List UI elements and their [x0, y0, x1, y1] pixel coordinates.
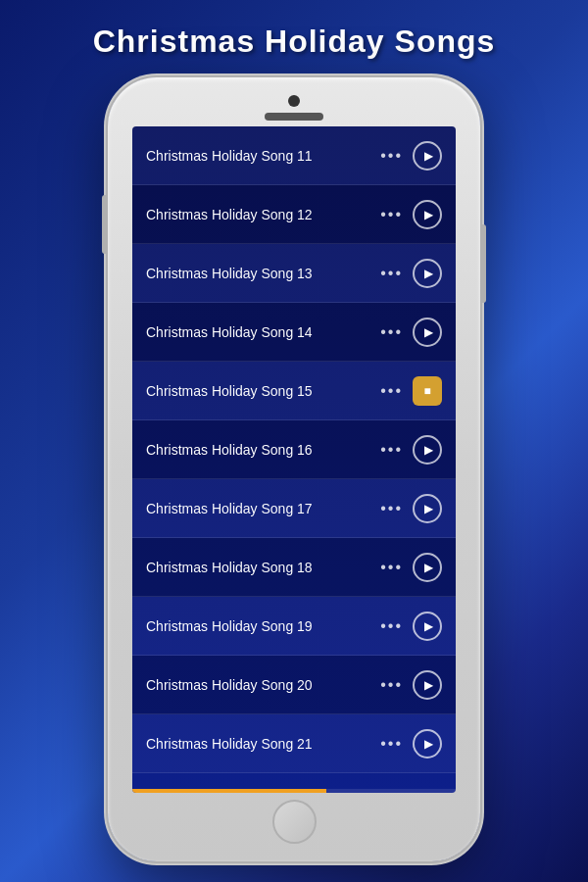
- play-icon: ▶: [424, 208, 433, 221]
- play-button-20[interactable]: ▶: [413, 670, 442, 700]
- song-name-21: Christmas Holiday Song 21: [146, 736, 380, 752]
- song-controls-18: •••▶: [380, 553, 442, 582]
- phone-speaker: [265, 113, 323, 121]
- phone-wrapper: Christmas Holiday Song 11•••▶Christmas H…: [88, 77, 500, 881]
- song-item-15[interactable]: Christmas Holiday Song 15•••■: [132, 362, 456, 420]
- play-icon: ▶: [424, 561, 433, 574]
- play-button-12[interactable]: ▶: [413, 200, 442, 229]
- song-name-11: Christmas Holiday Song 11: [146, 148, 380, 164]
- song-controls-11: •••▶: [380, 141, 442, 171]
- dots-button-14[interactable]: •••: [380, 323, 403, 341]
- play-button-16[interactable]: ▶: [413, 435, 442, 465]
- song-list: Christmas Holiday Song 11•••▶Christmas H…: [132, 126, 456, 793]
- song-item-12[interactable]: Christmas Holiday Song 12•••▶: [132, 185, 456, 244]
- song-name-19: Christmas Holiday Song 19: [146, 618, 380, 634]
- song-controls-19: •••▶: [380, 612, 442, 641]
- song-item-21[interactable]: Christmas Holiday Song 21•••▶: [132, 714, 456, 773]
- song-name-15: Christmas Holiday Song 15: [146, 383, 380, 399]
- dots-button-20[interactable]: •••: [380, 676, 403, 694]
- song-controls-20: •••▶: [380, 670, 442, 700]
- dots-button-19[interactable]: •••: [380, 617, 403, 635]
- stop-icon: ■: [423, 384, 430, 398]
- song-item-16[interactable]: Christmas Holiday Song 16•••▶: [132, 420, 456, 479]
- progress-bar-fill: [132, 789, 326, 793]
- play-icon: ▶: [424, 443, 433, 457]
- dots-button-21[interactable]: •••: [380, 735, 403, 753]
- play-button-13[interactable]: ▶: [413, 259, 442, 288]
- song-name-17: Christmas Holiday Song 17: [146, 501, 380, 516]
- dots-button-11[interactable]: •••: [380, 147, 403, 165]
- phone-frame: Christmas Holiday Song 11•••▶Christmas H…: [108, 77, 480, 861]
- play-icon: ▶: [424, 737, 433, 751]
- play-icon: ▶: [424, 149, 433, 163]
- song-item-17[interactable]: Christmas Holiday Song 17•••▶: [132, 479, 456, 538]
- song-controls-15: •••■: [380, 376, 442, 406]
- play-icon: ▶: [424, 502, 433, 515]
- song-name-16: Christmas Holiday Song 16: [146, 442, 380, 458]
- song-controls-14: •••▶: [380, 318, 442, 347]
- dots-button-13[interactable]: •••: [380, 265, 403, 282]
- song-controls-13: •••▶: [380, 259, 442, 288]
- dots-button-15[interactable]: •••: [380, 382, 403, 400]
- song-controls-21: •••▶: [380, 729, 442, 759]
- play-button-15[interactable]: ■: [413, 376, 442, 406]
- dots-button-16[interactable]: •••: [380, 441, 403, 459]
- phone-screen: Christmas Holiday Song 11•••▶Christmas H…: [132, 126, 456, 793]
- song-controls-12: •••▶: [380, 200, 442, 229]
- play-icon: ▶: [424, 267, 433, 280]
- song-item-18[interactable]: Christmas Holiday Song 18•••▶: [132, 538, 456, 597]
- song-item-14[interactable]: Christmas Holiday Song 14•••▶: [132, 303, 456, 362]
- song-item-20[interactable]: Christmas Holiday Song 20•••▶: [132, 656, 456, 714]
- phone-bottom: [272, 793, 317, 861]
- play-button-21[interactable]: ▶: [413, 729, 442, 759]
- song-name-12: Christmas Holiday Song 12: [146, 207, 380, 222]
- song-controls-16: •••▶: [380, 435, 442, 465]
- song-name-13: Christmas Holiday Song 13: [146, 266, 380, 281]
- phone-camera: [288, 95, 300, 107]
- play-button-11[interactable]: ▶: [413, 141, 442, 171]
- play-icon: ▶: [424, 619, 433, 633]
- home-button[interactable]: [272, 800, 317, 844]
- play-button-18[interactable]: ▶: [413, 553, 442, 582]
- song-item-19[interactable]: Christmas Holiday Song 19•••▶: [132, 597, 456, 656]
- dots-button-12[interactable]: •••: [380, 206, 403, 223]
- song-name-14: Christmas Holiday Song 14: [146, 324, 380, 340]
- song-name-18: Christmas Holiday Song 18: [146, 560, 380, 575]
- song-controls-17: •••▶: [380, 494, 442, 523]
- song-item-11[interactable]: Christmas Holiday Song 11•••▶: [132, 126, 456, 185]
- progress-bar-container: [132, 789, 456, 793]
- play-icon: ▶: [424, 678, 433, 692]
- dots-button-17[interactable]: •••: [380, 500, 403, 517]
- song-item-13[interactable]: Christmas Holiday Song 13•••▶: [132, 244, 456, 303]
- song-name-20: Christmas Holiday Song 20: [146, 677, 380, 693]
- play-button-14[interactable]: ▶: [413, 318, 442, 347]
- play-button-19[interactable]: ▶: [413, 612, 442, 641]
- page-title: Christmas Holiday Songs: [93, 24, 496, 60]
- play-icon: ▶: [424, 325, 433, 339]
- phone-top-bar: [108, 77, 480, 121]
- dots-button-18[interactable]: •••: [380, 559, 403, 576]
- play-button-17[interactable]: ▶: [413, 494, 442, 523]
